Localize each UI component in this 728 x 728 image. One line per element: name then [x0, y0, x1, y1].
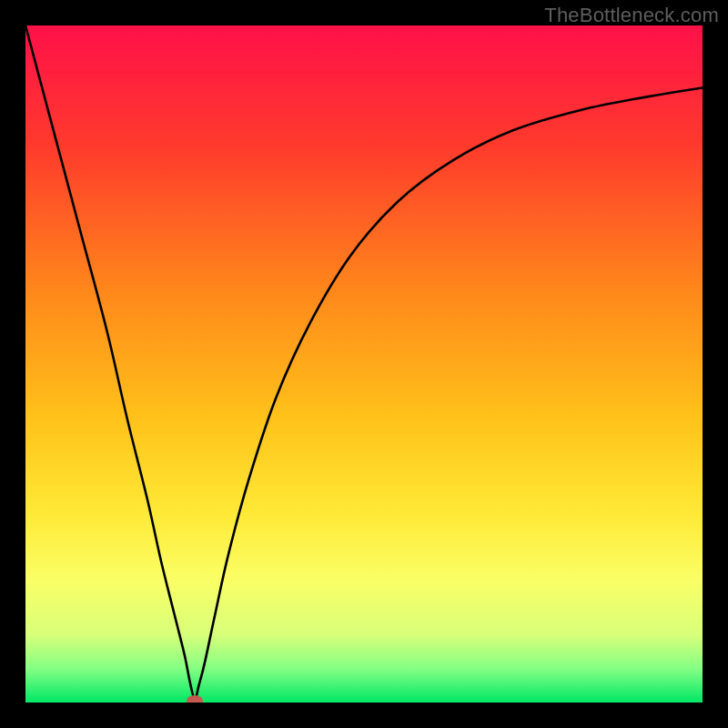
watermark-text: TheBottleneck.com — [544, 4, 719, 27]
chart-frame — [25, 25, 703, 703]
chart-svg — [25, 25, 703, 703]
gradient-background — [25, 25, 703, 703]
